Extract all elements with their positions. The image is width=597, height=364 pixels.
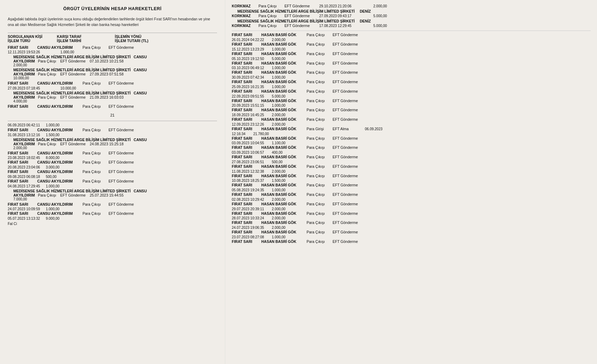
hasan-row-8: FIRAT SARI HASAN BASRİ GÖK Para Çıkışı E…	[232, 98, 591, 104]
medisense-2-amount: 10.000,00	[13, 76, 217, 80]
medisense-2-details: AKYILDIRIM Para Çıkışı EFT Gönderme 27.0…	[13, 72, 217, 76]
tx1-counter: CANSU AKYILDIRIM	[37, 45, 81, 51]
transaction-block-3: FIRAT SARI CANSU AKYILDIRIM Para Çıkışı …	[8, 104, 217, 110]
tx2-datetime: 27.09.2023 07:18:45 10.000,00	[8, 86, 217, 90]
right-panel: KORKMAZ Para Çıkışı EFT Gönderme 29.10.2…	[225, 0, 597, 364]
hasan-row-17-date: 05.08.2023 19:24:35 1.000,00	[232, 188, 591, 192]
hasan-row-13-date: 03.09.2023 10:06:57 400,00	[232, 151, 591, 154]
bottom-tx-4-date: 09.08.2023 06:08:18 500,00	[8, 175, 217, 179]
medisense-bottom-2: MEDİSENSE SAĞLIK HİZMETLERİ ARGE BİLİŞİM…	[8, 189, 217, 201]
medisense-1-details: AKYILDIRIM Para Çıkışı EFT Gönderme 07.1…	[13, 59, 217, 63]
hasan-section: FIRAT SARI HASAN BASRİ GÖK Para Çıkışı E…	[232, 32, 591, 244]
hasan-row-23: FIRAT SARI HASAN BASRİ GÖK Para Çıkışı E…	[232, 239, 591, 245]
hasan-row-17: FIRAT SARI HASAN BASRİ GÖK Para Çıkışı E…	[232, 183, 591, 188]
col-header-5: İŞLEM TARİHİ	[57, 39, 115, 43]
hasan-row-15-date: 11.08.2023 12:32:38 2.000,00	[232, 170, 591, 173]
hasan-row-4-date: 03.10.2023 06:49:12 1.000,00	[232, 66, 591, 70]
hasan-row-18: FIRAT SARI HASAN BASRİ GÖK Para Çıkışı E…	[232, 192, 591, 198]
hasan-row-2: FIRAT SARI HASAN BASRİ GÖK Para Çıkışı E…	[232, 42, 591, 47]
hasan-row-5: FIRAT SARI HASAN BASRİ GÖK Para Çıkışı E…	[232, 70, 591, 75]
bottom-tx-7-date: 05.07.2023 13:13:32 9.000,00	[8, 217, 217, 220]
medisense-1-company: MEDİSENSE SAĞLIK HİZMETLERİ ARGE BİLİŞİM…	[13, 55, 217, 59]
hasan-row-18-date: 02.08.2023 10:29:42 2.000,00	[232, 198, 591, 201]
hasan-row-22-date: 23.07.2023 08:27:08 1.000,00	[232, 235, 591, 239]
bottom-tx-2-row: FIRAT SARI CANSU AKYILDIRIM Para Çıkışı …	[8, 151, 217, 156]
tx2-name: FIRAT SARI	[8, 81, 36, 86]
tx-row-1: FIRAT SARI CANSU AKYILDIRIM Para Çıkışı …	[8, 45, 217, 51]
tx-row-3: FIRAT SARI CANSU AKYILDIRIM Para Çıkışı …	[8, 104, 217, 110]
hasan-row-16: FIRAT SARI HASAN BASRİ GÖK Para Çıkışı E…	[232, 173, 591, 179]
hasan-row-11: FIRAT SARI HASAN BASRİ GÖK Para Girişi E…	[232, 126, 591, 132]
hasan-row-1-date: 26.01.2024 04:22:22 2.000,00	[232, 38, 591, 42]
bottom-tx-6-row: FIRAT SARI CANSU AKYILDIRIM Para Çıkışı …	[8, 202, 217, 207]
medisense-block-1: MEDİSENSE SAĞLIK HİZMETLERİ ARGE BİLİŞİM…	[8, 55, 217, 67]
hasan-row-9-date: 18.09.2023 16:45:25 2.000,00	[232, 113, 591, 117]
tx2-dir: Para Çıkışı	[83, 81, 107, 86]
tx3-dir: Para Çıkışı	[83, 104, 107, 110]
bottom-tx-3-row: FIRAT SARI CANSU AKYILDIRIM Para Çıkışı …	[8, 160, 217, 165]
bottom-tx-1-row: FIRAT SARI CANSU AKYILDIRIM Para Çıkışı …	[8, 127, 217, 133]
hasan-row-3-date: 05.10.2023 19:12:50 5.000,00	[232, 57, 591, 61]
medisense-3-company: MEDİSENSE SAĞLIK HİZMETLERİ ARGE BİLİŞİM…	[13, 91, 217, 95]
medisense-block-2: MEDİSENSE SAĞLIK HİZMETLERİ ARGE BİLİŞİM…	[8, 68, 217, 80]
bottom-tx-1: 06.09.2023 06:42:11 1.000,00	[8, 123, 217, 127]
hasan-row-7-date: 22.09.2023 09:51:55 5.000,00	[232, 94, 591, 98]
medisense-2-company: MEDİSENSE SAĞLIK HİZMETLERİ ARGE BİLİŞİM…	[13, 68, 217, 72]
hasan-row-22: FIRAT SARI HASAN BASRİ GÖK Para Çıkışı E…	[232, 230, 591, 235]
medisense-bottom-1: MEDİSENSE SAĞLIK HİZMETLERİ ARGE BİLİŞİM…	[8, 138, 217, 150]
tx1-type: EFT Gönderme	[109, 45, 139, 51]
medisense-1-amount: 2.000,00	[13, 63, 217, 67]
hasan-row-6-date: 25.09.2023 16:21:35 1.000,00	[232, 85, 591, 89]
hasan-row-12: FIRAT SARI HASAN BASRİ GÖK Para Çıkışı E…	[232, 136, 591, 141]
bottom-tx-2-date: 23.08.2023 18:02:45 8.000,00	[8, 156, 217, 160]
hasan-row-2-date: 15.12.2023 13:23:29 1.000,00	[232, 47, 591, 51]
page-title: ÖRGÜT ÜYELERİNİN HESAP HAREKETLERİ	[8, 6, 217, 11]
hasan-row-1: FIRAT SARI HASAN BASRİ GÖK Para Çıkışı E…	[232, 32, 591, 38]
hasan-row-20: FIRAT SARI HASAN BASRİ GÖK Para Çıkışı E…	[232, 211, 591, 217]
col-header-1: SORGULANAN KİŞİ	[8, 34, 57, 39]
bottom-tx-3-date: 20.08.2023 23:04:06 3.000,00	[8, 165, 217, 169]
tx2-counter: CANSU AKYILDIRIM	[37, 81, 81, 86]
intro-text: Aşağıdaki tabloda örgüt üyelerinin suça …	[8, 16, 217, 28]
hasan-row-14-date: 27.08.2023 23:06:51 500,00	[232, 160, 591, 164]
hasan-row-10: FIRAT SARI HASAN BASRİ GÖK Para Çıkışı E…	[232, 117, 591, 123]
hasan-row-20-date: 28.07.2023 10:33:24 2.000,00	[232, 216, 591, 220]
left-panel: ÖRGÜT ÜYELERİNİN HESAP HAREKETLERİ Aşağı…	[0, 0, 225, 364]
hasan-row-11-date: 12:16:34 21.780,00	[232, 132, 591, 136]
korkmaz-row-1: KORKMAZ Para Çıkışı EFT Gönderme 29.10.2…	[232, 4, 591, 9]
tx3-name: FIRAT SARI	[8, 104, 36, 110]
korkmaz-med-1: MEDİSENSE SAĞLIK HİZMETLERİ ARGE BİLİŞİM…	[232, 9, 591, 13]
bottom-tx-7-row: FIRAT SARI CANSU AKYILDIRIM Para Çıkışı …	[8, 211, 217, 217]
hasan-row-10-date: 12.09.2023 23:12:26 2.000,00	[232, 123, 591, 126]
hasan-row-9: FIRAT SARI HASAN BASRİ GÖK Para Çıkışı E…	[232, 107, 591, 113]
col-header-2: KARŞI TARAF	[57, 34, 115, 39]
bottom-tx-4-row: FIRAT SARI CANSU AKYILDIRIM Para Çıkışı …	[8, 169, 217, 175]
col-header-6: İŞLEM TUTARI (TL)	[115, 39, 148, 43]
hasan-row-14: FIRAT SARI HASAN BASRİ GÖK Para Çıkışı E…	[232, 154, 591, 160]
hasan-row-21: FIRAT SARI HASAN BASRİ GÖK Para Çıkışı E…	[232, 220, 591, 226]
transaction-block-2: FIRAT SARI CANSU AKYILDIRIM Para Çıkışı …	[8, 81, 217, 90]
medisense-block-3: MEDİSENSE SAĞLIK HİZMETLERİ ARGE BİLİŞİM…	[8, 91, 217, 103]
hasan-row-16-date: 10.08.2023 18:25:37 1.500,00	[232, 179, 591, 183]
medisense-3-amount: 4.000,00	[13, 99, 217, 103]
transaction-block-1: FIRAT SARI CANSU AKYILDIRIM Para Çıkışı …	[8, 45, 217, 54]
hasan-row-5-date: 30.09.2023 07:42:34 1.000,00	[232, 75, 591, 79]
tx1-datetime: 12.11.2023 19:53:26 1.000,00	[8, 50, 217, 54]
tx3-type: EFT Gönderme	[109, 104, 139, 110]
bottom-tx-6-date: 24.07.2023 10:09:59 1.000,00	[8, 207, 217, 211]
bottom-tx-5-date: 04.08.2023 17:29:45 1.000,00	[8, 184, 217, 188]
medisense-3-details: AKYILDIRIM Para Çıkışı EFT Gönderme 21.0…	[13, 95, 217, 99]
hasan-row-15: FIRAT SARI HASAN BASRİ GÖK Para Çıkışı E…	[232, 164, 591, 170]
korkmaz-row-3: KORKMAZ Para Çıkışı EFT Gönderme 17.08.2…	[232, 23, 591, 29]
col-header-3: İŞLEMİN YÖNÜ	[115, 34, 142, 39]
hasan-row-19: FIRAT SARI HASAN BASRİ GÖK Para Çıkışı E…	[232, 201, 591, 207]
hasan-row-13: FIRAT SARI HASAN BASRİ GÖK Para Çıkışı E…	[232, 145, 591, 151]
hasan-row-4: FIRAT SARI HASAN BASRİ GÖK Para Çıkışı E…	[232, 61, 591, 66]
page-container: ÖRGÜT ÜYELERİNİN HESAP HAREKETLERİ Aşağı…	[0, 0, 597, 364]
hasan-row-19-date: 29.07.2023 20:39:11 2.000,00	[232, 207, 591, 211]
hasan-row-3: FIRAT SARI HASAN BASRİ GÖK Para Çıkışı E…	[232, 51, 591, 57]
hasan-row-21-date: 24.07.2023 19:06:35 2.000,00	[232, 226, 591, 230]
korkmaz-med-2: MEDİSENSE SAĞLIK HİZMETLERİ ARGE BİLİŞİM…	[232, 19, 591, 23]
tx1-name: FIRAT SARI	[8, 45, 36, 51]
tx-row-2: FIRAT SARI CANSU AKYILDIRIM Para Çıkışı …	[8, 81, 217, 86]
